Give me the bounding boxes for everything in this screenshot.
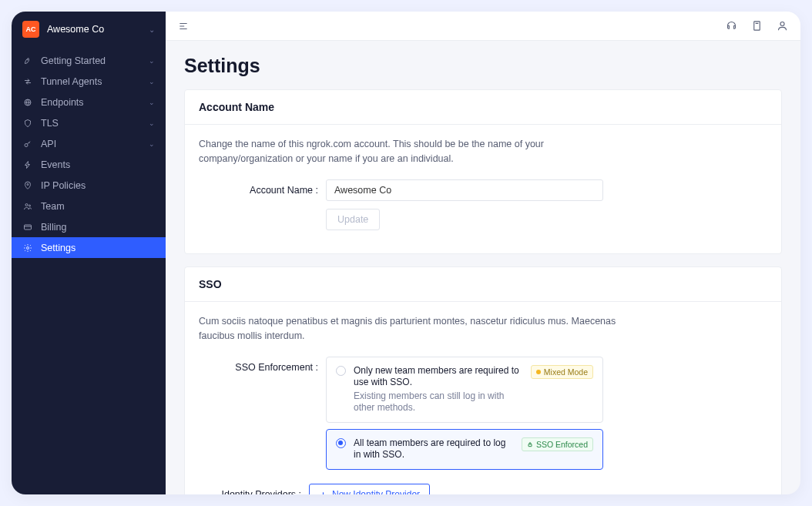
sidebar-item-label: IP Policies <box>41 180 155 191</box>
team-icon <box>22 202 33 211</box>
svg-point-0 <box>27 59 28 60</box>
sidebar-item-label: Settings <box>41 243 155 253</box>
key-icon <box>22 139 33 149</box>
svg-point-3 <box>27 183 29 185</box>
svg-point-5 <box>29 205 31 206</box>
svg-point-2 <box>25 143 28 146</box>
chevron-down-icon: ⌄ <box>149 57 155 65</box>
location-icon <box>22 181 33 190</box>
nav: Getting Started ⌄ Tunnel Agents ⌄ Endpoi… <box>12 45 166 263</box>
user-icon[interactable] <box>777 20 788 32</box>
sidebar-item-settings[interactable]: Settings <box>12 237 166 258</box>
org-selector[interactable]: AC Awesome Co ⌄ <box>12 12 166 45</box>
docs-icon[interactable] <box>751 20 763 32</box>
sso-option-mixed[interactable]: Only new team members are required to us… <box>326 357 603 423</box>
radio-label: Only new team members are required to us… <box>354 365 522 389</box>
chevron-down-icon: ⌄ <box>149 78 155 85</box>
page-title: Settings <box>184 55 782 77</box>
radio-label: All team members are required to log in … <box>354 437 512 461</box>
sso-enforcement-label: SSO Enforcement : <box>199 357 326 373</box>
sidebar-item-billing[interactable]: Billing <box>12 216 166 237</box>
chevron-down-icon: ⌄ <box>149 119 155 127</box>
chevron-down-icon: ⌄ <box>149 99 155 106</box>
sidebar: AC Awesome Co ⌄ Getting Started ⌄ Tunnel… <box>12 12 166 494</box>
update-button[interactable]: Update <box>326 209 380 230</box>
svg-point-7 <box>27 246 29 249</box>
sso-desc: Cum sociis natoque penatibus et magnis d… <box>199 314 630 344</box>
new-idp-button[interactable]: New Identity Provider <box>309 484 430 494</box>
topbar <box>166 12 800 41</box>
svg-rect-10 <box>528 444 532 447</box>
sidebar-item-label: Tunnel Agents <box>41 76 141 87</box>
sidebar-item-endpoints[interactable]: Endpoints ⌄ <box>12 92 166 112</box>
radio-icon <box>336 438 346 448</box>
svg-rect-8 <box>754 22 760 30</box>
globe-icon <box>22 98 33 107</box>
mixed-mode-badge: Mixed Mode <box>531 365 593 379</box>
account-name-card: Account Name Change the name of this ngr… <box>184 89 782 254</box>
sidebar-collapse-icon[interactable] <box>178 21 189 32</box>
radio-icon <box>336 366 346 376</box>
sidebar-item-team[interactable]: Team <box>12 196 166 216</box>
sidebar-item-label: Getting Started <box>41 55 141 66</box>
sidebar-item-label: TLS <box>41 118 141 129</box>
sidebar-item-tls[interactable]: TLS ⌄ <box>12 112 166 133</box>
idp-label: Identity Providers : <box>199 484 309 494</box>
sidebar-item-tunnel-agents[interactable]: Tunnel Agents ⌄ <box>12 71 166 92</box>
shield-icon <box>22 119 33 128</box>
swap-icon <box>22 77 33 86</box>
bolt-icon <box>22 160 33 169</box>
account-name-desc: Change the name of this ngrok.com accoun… <box>199 137 630 167</box>
card-header: SSO <box>185 267 781 302</box>
rocket-icon <box>22 56 33 65</box>
svg-point-9 <box>780 22 784 26</box>
sidebar-item-api[interactable]: API ⌄ <box>12 133 166 154</box>
sidebar-item-label: Team <box>41 201 155 212</box>
sso-card: SSO Cum sociis natoque penatibus et magn… <box>184 266 782 494</box>
support-icon[interactable] <box>726 20 737 32</box>
plus-icon <box>319 491 327 494</box>
chevron-down-icon: ⌄ <box>149 25 155 34</box>
sidebar-item-label: API <box>41 139 141 149</box>
svg-rect-6 <box>25 225 32 230</box>
main: Settings Account Name Change the name of… <box>166 12 800 494</box>
org-badge: AC <box>22 21 39 38</box>
card-header: Account Name <box>185 90 781 125</box>
account-name-label: Account Name : <box>199 179 326 196</box>
chevron-down-icon: ⌄ <box>149 140 155 148</box>
content: Settings Account Name Change the name of… <box>166 41 800 494</box>
svg-point-4 <box>25 203 28 206</box>
sidebar-item-getting-started[interactable]: Getting Started ⌄ <box>12 50 166 71</box>
sso-enforced-badge: SSO Enforced <box>522 437 593 451</box>
org-name: Awesome Co <box>47 24 141 35</box>
sso-option-enforced[interactable]: All team members are required to log in … <box>326 429 603 470</box>
sidebar-item-events[interactable]: Events <box>12 154 166 175</box>
sidebar-item-label: Events <box>41 159 155 170</box>
sidebar-item-label: Endpoints <box>41 97 141 108</box>
account-name-input[interactable] <box>326 179 603 201</box>
card-icon <box>22 223 33 232</box>
sidebar-item-ip-policies[interactable]: IP Policies <box>12 175 166 196</box>
gear-icon <box>22 243 33 253</box>
sidebar-item-label: Billing <box>41 222 155 233</box>
radio-sublabel: Existing members can still log in with o… <box>354 390 522 414</box>
